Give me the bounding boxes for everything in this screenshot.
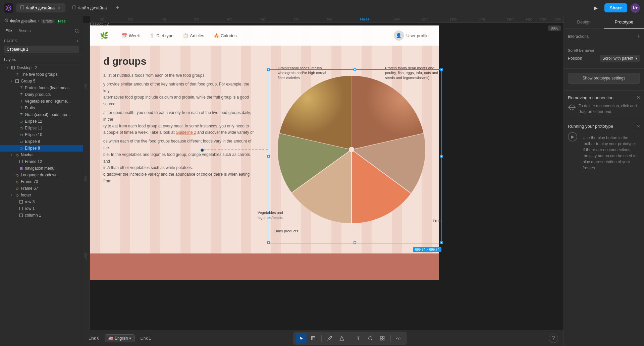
layer-toggle-e12 [13, 119, 17, 123]
link-1[interactable]: Link 1 [140, 336, 151, 341]
layer-ellipse8[interactable]: ⬭ Ellipse 8 [0, 145, 83, 152]
layer-toggle-e10 [13, 133, 17, 137]
layer-langdrop-name: Language dropdown [21, 173, 57, 177]
removing-title: Removing a connection [568, 95, 613, 100]
layer-toggle-r1 [13, 207, 17, 211]
layer-vegetables[interactable]: T Vegetables and legumes/... [0, 98, 83, 105]
ruler-mark: 1600 [526, 18, 532, 21]
share-button[interactable]: Share [604, 3, 627, 12]
play-button[interactable]: ▶ [590, 3, 601, 13]
dairy-label: Dairy products [274, 229, 298, 233]
layer-langdrop[interactable]: ◇ Language dropdown [0, 172, 83, 178]
search-button[interactable] [73, 27, 80, 34]
layer-footer[interactable]: ▾ ◇ footer [0, 192, 83, 198]
tool-ellipse[interactable] [365, 333, 376, 344]
food-pie-svg [274, 72, 429, 227]
handle-bl[interactable] [267, 241, 270, 244]
ruler-mark: 1800 [554, 18, 561, 21]
layer-col1-name: column 1 [25, 213, 41, 218]
position-dropdown[interactable]: Scroll with parent ▾ [600, 55, 640, 62]
toolbar-left: Link 0 🇺🇸 English ▾ Link 1 [89, 334, 151, 342]
pages-header: Pages + [4, 38, 79, 44]
layer-col1[interactable]: column 1 [0, 212, 83, 219]
tool-code[interactable]: </> [393, 333, 404, 344]
layer-navbar[interactable]: ▾ ◇ Navbar [0, 152, 83, 158]
canvas-area[interactable]: 🌿 📅 Week 🍴 Diet type 📋 Articles 🔥 Calori… [90, 23, 564, 330]
text-icon-veg: T [19, 99, 23, 104]
layer-ellipse11[interactable]: ⬭ Ellipse 11 [0, 125, 83, 131]
layer-desktop2[interactable]: ▾ Desktop - 2 [0, 64, 83, 71]
layer-ellipse9[interactable]: ⬭ Ellipse 9 [0, 138, 83, 145]
svg-rect-3 [12, 66, 15, 69]
toolbar-center: T </> [293, 332, 407, 345]
removing-close-button[interactable]: × [637, 95, 640, 101]
design-title: d groups [103, 56, 254, 67]
canvas[interactable]: 200 300 400 500 600 700 800 900 999.64 1… [83, 16, 564, 346]
layer-row1[interactable]: row 1 [0, 205, 83, 212]
handle-ml[interactable] [267, 155, 270, 158]
language-selector[interactable]: 🇺🇸 English ▾ [105, 334, 135, 342]
avatar[interactable]: U▾ [631, 3, 640, 13]
layer-toggle-fruits [13, 106, 17, 110]
frame-icon-f12 [19, 159, 23, 164]
svg-rect-9 [20, 207, 23, 210]
layer-frame70[interactable]: ◇ Frame 70 [0, 178, 83, 185]
tool-pen[interactable] [324, 333, 335, 344]
running-close-button[interactable]: × [637, 123, 640, 129]
show-settings-button[interactable]: Show prototype settings [568, 73, 640, 83]
file-tab[interactable]: File [3, 27, 14, 35]
add-interaction-button[interactable]: + [636, 33, 640, 40]
svg-rect-1 [72, 6, 76, 9]
page-1[interactable]: Страница 1 [4, 46, 79, 53]
bottom-toolbar: Link 0 🇺🇸 English ▾ Link 1 [83, 330, 564, 346]
handle-tm[interactable] [354, 68, 356, 71]
layer-ellipse10[interactable]: ⬭ Ellipse 10 [0, 131, 83, 138]
ruler-mark: 1200 [421, 18, 428, 21]
tool-shape[interactable] [336, 333, 347, 344]
layer-fivefoods[interactable]: T The five food groups [0, 71, 83, 78]
removing-icon [568, 103, 576, 111]
link-0[interactable]: Link 0 [89, 336, 99, 341]
layer-grain[interactable]: T Grain(cereal) foods, most... [0, 111, 83, 118]
assets-tab[interactable]: Assets [16, 27, 33, 35]
layer-frame67[interactable]: ◇ Frame 67 [0, 185, 83, 192]
add-tab-button[interactable]: + [114, 4, 122, 12]
tab-2[interactable]: Файл дизайна [68, 3, 111, 12]
layer-navmenu[interactable]: ⊞ navigation menu [0, 165, 83, 172]
layer-frame12[interactable]: Frame 12 [0, 158, 83, 165]
dropdown-arrow: ▾ [635, 56, 637, 61]
tab-1-close[interactable]: × [57, 6, 61, 10]
app-logo [4, 3, 13, 13]
layer-fruits[interactable]: T Fruits [0, 105, 83, 111]
layer-ellipse12[interactable]: ⬭ Ellipse 12 [0, 118, 83, 125]
tab-1-label: Файл дизайна [26, 5, 55, 10]
tool-components[interactable] [377, 333, 388, 344]
running-play-button[interactable]: ▶ [568, 132, 577, 141]
ruler-mark: 700 [260, 18, 265, 21]
layer-toggle-e9 [13, 139, 17, 143]
tool-text[interactable]: T [353, 333, 364, 344]
size-label: 699.74 × 699.74 [413, 247, 441, 252]
layer-protein[interactable]: T Protein foods (lean meats ... [0, 84, 83, 91]
design-tab[interactable]: Design [564, 16, 604, 28]
help-button[interactable]: ? [549, 334, 558, 343]
add-page-button[interactable]: + [76, 38, 79, 44]
layer-row3[interactable]: row 3 [0, 198, 83, 205]
tool-select[interactable] [296, 333, 307, 344]
handle-tl[interactable] [267, 68, 270, 71]
svg-rect-8 [20, 200, 23, 204]
handle-bm[interactable] [354, 241, 356, 244]
tool-frame[interactable] [308, 333, 319, 344]
layers-section: Layers ▾ Desktop - 2 T The five food gro… [0, 55, 83, 346]
layer-dairy[interactable]: T Dairy products [0, 91, 83, 98]
tab-1[interactable]: Файл дизайна × [16, 3, 65, 12]
topbar-right: ▶ Share U▾ [590, 3, 640, 13]
layer-row1-name: row 1 [25, 206, 35, 211]
ellipse-icon-11: ⬭ [19, 126, 23, 130]
frame-icon-c1 [19, 213, 23, 218]
running-title: Running your prototype [568, 124, 613, 129]
layer-group5[interactable]: ▾ Group 5 [0, 78, 83, 84]
prototype-tab[interactable]: Prototype [604, 16, 644, 28]
layer-frame67-name: Frame 67 [21, 186, 38, 191]
frame-icon-r3 [19, 199, 23, 204]
